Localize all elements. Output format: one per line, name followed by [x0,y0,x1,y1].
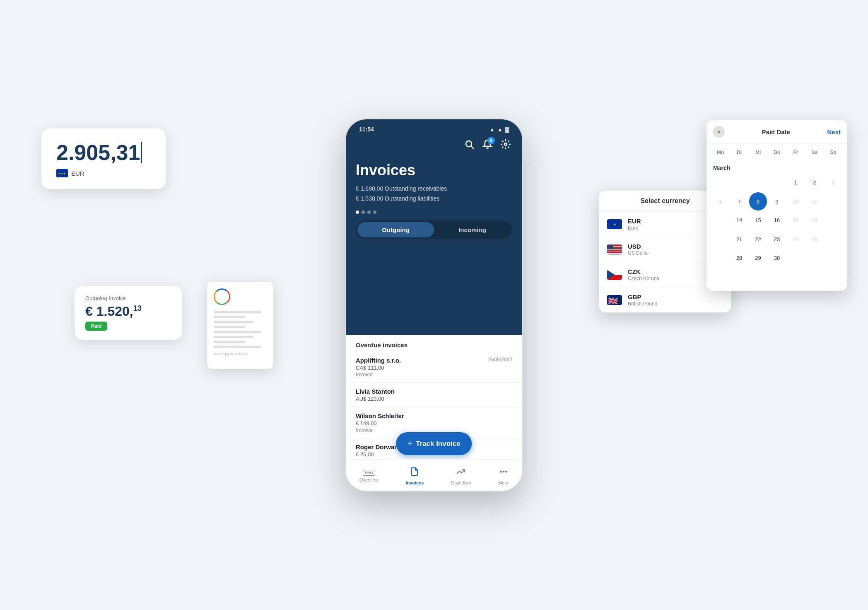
cal-day-7[interactable]: 7 [730,192,748,210]
currency-info: GBP British Pound [628,293,657,307]
cal-day-30[interactable]: 30 [768,249,786,267]
cal-day-3[interactable]: 3 [825,174,842,191]
tab-outgoing[interactable]: Outgoing [357,222,434,237]
cal-day-8[interactable]: 8 [749,192,767,210]
preview-line [214,336,253,338]
svg-point-3 [500,471,502,472]
cal-day-28[interactable]: 28 [730,249,748,267]
fab-label: Track Invoice [416,440,461,448]
day-so: So [825,147,842,158]
outgoing-title: Outgoing Invoice [85,295,171,301]
currency-option-gbp[interactable]: GBP British Pound [599,288,731,312]
cal-day-16[interactable]: 16 [768,211,786,229]
subtitle-line1: € 1.690,00 Outstanding receivables [356,184,512,194]
calendar-next-button[interactable]: Next [827,128,841,136]
cal-day-17[interactable]: 17 [787,211,805,229]
page-subtitle: € 1.690,00 Outstanding receivables € 1.5… [356,184,512,204]
settings-button[interactable] [501,139,511,152]
cal-empty [805,249,823,267]
invoice-amount: € 148,00 [356,420,512,426]
cal-empty [825,192,842,210]
svg-point-5 [506,471,507,472]
notifications-button[interactable]: 8 [482,139,492,152]
day-di: Di [730,147,748,158]
invoice-item[interactable]: Livia Stanton AU$ 123,00 [346,383,522,407]
calendar-days-header: Mo Di Mi Do Fr Sa So [706,144,847,161]
nav-more-label: More [498,480,509,485]
amount-card: 2.905,31 ★★★ EUR [41,128,166,189]
cal-empty [711,249,729,267]
currency-name-czk: Czech Koruna [628,276,659,281]
currency-code-gbp: GBP [628,293,657,300]
invoice-type: Invoice [356,371,512,378]
search-button[interactable] [464,139,474,152]
dot-2 [362,211,365,214]
preview-line [214,316,246,318]
nav-overview-label: Overview [359,477,379,482]
amount-number: 2.905,31 [56,140,140,165]
currency-code-usd: USD [628,243,649,250]
preview-line [214,341,246,343]
cal-empty [787,249,805,267]
calendar-close-button[interactable]: × [713,126,725,138]
flag-us [607,244,622,254]
dot-4 [373,211,376,214]
cal-day-14[interactable]: 14 [730,211,748,229]
cal-day-4[interactable]: 4 [711,192,729,210]
dot-3 [367,211,371,214]
cal-day-24[interactable]: 24 [787,230,805,248]
currency-info: CZK Czech Koruna [628,268,659,281]
outgoing-card: Outgoing Invoice € 1.520,13 Paid [75,286,182,340]
status-icons: ▲ ▲ ▓ [489,126,509,133]
currency-name-eur: Euro [628,225,641,231]
cal-day-22[interactable]: 22 [749,230,767,248]
svg-point-4 [503,471,504,472]
nav-overview[interactable]: PRO Overview [359,470,379,482]
cal-empty [711,268,729,286]
pro-badge: PRO [363,470,375,476]
cal-day-15[interactable]: 15 [749,211,767,229]
day-do: Do [768,147,786,158]
preview-line [214,331,261,333]
currency-info: USD US Dollar [628,243,649,256]
calendar-grid: 1 2 3 4 7 8 9 10 11 14 15 16 17 18 21 22… [706,172,847,291]
invoice-date: 15/05/2022 [487,357,512,363]
invoice-preview-card: Rechnung Nr. 2019-25 [207,282,273,369]
cal-empty [825,230,842,248]
preview-text: Rechnung Nr. 2019-25 [214,352,267,356]
outgoing-amount: € 1.520,13 [85,304,171,319]
invoice-item[interactable]: 15/05/2022 Applifting s.r.o. CA$ 111,00 … [346,352,522,383]
status-time: 11:54 [359,126,374,133]
cal-day-21[interactable]: 21 [730,230,748,248]
preview-line [214,326,246,328]
currency-row: ★★★ EUR [56,169,151,177]
flag-cz [607,270,622,280]
nav-more[interactable]: More [498,467,509,485]
nav-invoices[interactable]: Invoices [405,467,424,485]
svg-line-1 [471,146,474,149]
cal-day-25[interactable]: 25 [805,230,823,248]
cal-day-11[interactable]: 11 [805,192,823,210]
tab-incoming[interactable]: Incoming [434,222,511,237]
cal-day-29[interactable]: 29 [749,249,767,267]
cal-day-18[interactable]: 18 [805,211,823,229]
cal-empty [749,174,767,191]
cal-empty [825,211,842,229]
cal-day-9[interactable]: 9 [768,192,786,210]
nav-cashflow[interactable]: Cash flow [451,467,471,485]
day-sa: Sa [805,147,823,158]
amount-display: 2.905,31 [56,140,151,165]
more-icon [499,467,508,479]
track-invoice-button[interactable]: + Track Invoice [396,432,472,455]
signal-icon: ▲ [497,126,503,133]
cal-day-2[interactable]: 2 [805,174,823,191]
cal-day-1[interactable]: 1 [787,174,805,191]
day-mi: Mi [749,147,767,158]
cal-day-10[interactable]: 10 [787,192,805,210]
cashflow-icon [456,467,465,479]
action-bar: 8 [356,136,512,155]
cal-day-23[interactable]: 23 [768,230,786,248]
cal-empty [730,174,748,191]
bottom-nav: PRO Overview Invoices [346,459,522,491]
wifi-icon: ▲ [489,126,495,133]
